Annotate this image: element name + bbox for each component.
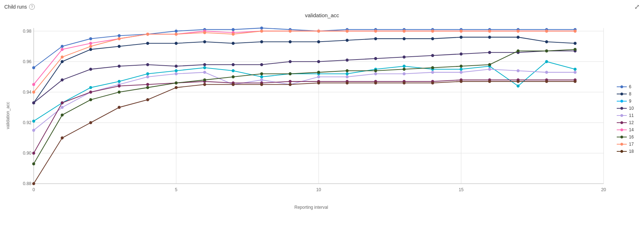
svg-point-127 (118, 85, 121, 87)
svg-point-67 (118, 80, 121, 82)
svg-point-119 (460, 71, 462, 74)
svg-point-66 (89, 86, 92, 89)
svg-point-52 (260, 41, 263, 43)
legend-label-12: 12 (629, 120, 634, 125)
svg-point-83 (574, 68, 576, 70)
svg-point-93 (289, 60, 291, 63)
svg-point-213 (289, 83, 291, 86)
svg-point-96 (374, 57, 377, 60)
legend-line-14 (617, 128, 627, 132)
svg-point-220 (488, 80, 491, 82)
svg-point-69 (175, 70, 177, 72)
legend-label-10: 10 (629, 106, 634, 111)
legend-item-8: 8 (617, 91, 640, 96)
svg-point-46 (89, 48, 92, 51)
svg-point-172 (260, 72, 263, 75)
svg-point-133 (289, 80, 291, 82)
svg-text:0.94: 0.94 (23, 90, 32, 95)
svg-point-192 (260, 30, 263, 32)
svg-point-98 (431, 54, 434, 57)
svg-point-190 (203, 31, 206, 34)
svg-point-187 (118, 37, 121, 40)
svg-point-88 (146, 63, 149, 66)
svg-point-116 (374, 72, 377, 75)
svg-point-121 (517, 70, 519, 72)
svg-point-227 (621, 93, 623, 95)
svg-text:20: 20 (601, 187, 606, 192)
svg-point-26 (89, 37, 92, 40)
svg-point-231 (621, 107, 623, 110)
svg-text:5: 5 (175, 187, 178, 192)
svg-point-90 (203, 63, 206, 66)
svg-point-62 (545, 41, 548, 43)
chart-svg: 0.880.900.920.940.960.9805101520 (11, 20, 611, 203)
svg-point-168 (146, 86, 149, 89)
legend-label-8: 8 (629, 91, 631, 96)
svg-point-123 (574, 71, 576, 74)
svg-point-108 (146, 76, 149, 78)
header-row: Child runs ? ⤢ (4, 3, 640, 11)
svg-point-126 (89, 91, 92, 93)
svg-point-50 (203, 41, 206, 43)
svg-point-25 (61, 45, 64, 47)
svg-point-198 (431, 30, 434, 32)
svg-point-191 (232, 33, 234, 36)
svg-point-203 (574, 30, 576, 32)
svg-point-169 (175, 82, 177, 84)
legend-line-10 (617, 107, 627, 110)
svg-point-47 (118, 45, 121, 47)
svg-point-146 (89, 42, 92, 44)
svg-point-180 (488, 63, 491, 66)
svg-point-55 (346, 39, 348, 42)
svg-point-81 (517, 85, 519, 87)
svg-text:0.98: 0.98 (23, 29, 32, 34)
svg-point-75 (346, 72, 348, 75)
svg-point-233 (621, 114, 623, 117)
svg-point-32 (260, 27, 263, 29)
svg-point-197 (403, 30, 405, 32)
svg-point-179 (460, 65, 462, 67)
legend-line-16 (617, 135, 627, 139)
svg-point-165 (61, 114, 64, 116)
svg-point-222 (545, 80, 548, 82)
svg-point-194 (318, 30, 320, 32)
help-icon[interactable]: ? (29, 4, 35, 10)
svg-point-204 (32, 182, 35, 185)
legend-label-18: 18 (629, 149, 634, 154)
legend-line-8 (617, 92, 627, 96)
svg-point-223 (574, 80, 576, 82)
chart-title: validation_acc (4, 12, 640, 18)
svg-point-215 (346, 82, 348, 84)
legend-item-17: 17 (617, 142, 640, 147)
svg-point-27 (118, 34, 121, 37)
legend-item-12: 12 (617, 120, 640, 125)
x-axis-label: Reporting interval (11, 203, 611, 211)
svg-point-118 (431, 71, 434, 74)
svg-point-201 (517, 30, 519, 32)
main-container: Child runs ? ⤢ validation_acc validation… (0, 0, 644, 231)
svg-point-112 (260, 79, 263, 81)
svg-point-84 (32, 102, 35, 104)
legend-item-14: 14 (617, 127, 640, 132)
svg-point-199 (460, 30, 462, 32)
legend-item-6: 6 (617, 84, 640, 89)
svg-point-178 (431, 66, 434, 69)
legend-label-16: 16 (629, 135, 634, 140)
svg-point-173 (289, 72, 291, 75)
svg-point-171 (232, 76, 234, 78)
svg-point-166 (89, 98, 92, 101)
expand-icon[interactable]: ⤢ (634, 3, 640, 11)
svg-point-170 (203, 79, 206, 81)
svg-point-188 (146, 33, 149, 36)
svg-point-181 (517, 50, 519, 52)
svg-point-200 (488, 30, 491, 32)
svg-text:0.90: 0.90 (23, 151, 32, 156)
legend-line-6 (617, 85, 627, 89)
svg-text:0.96: 0.96 (23, 59, 32, 64)
svg-point-128 (146, 83, 149, 86)
svg-point-185 (61, 56, 64, 58)
svg-point-89 (175, 65, 177, 67)
svg-point-229 (621, 100, 623, 103)
child-runs-text: Child runs (4, 4, 27, 10)
legend: 6 8 9 10 11 12 (611, 20, 640, 211)
